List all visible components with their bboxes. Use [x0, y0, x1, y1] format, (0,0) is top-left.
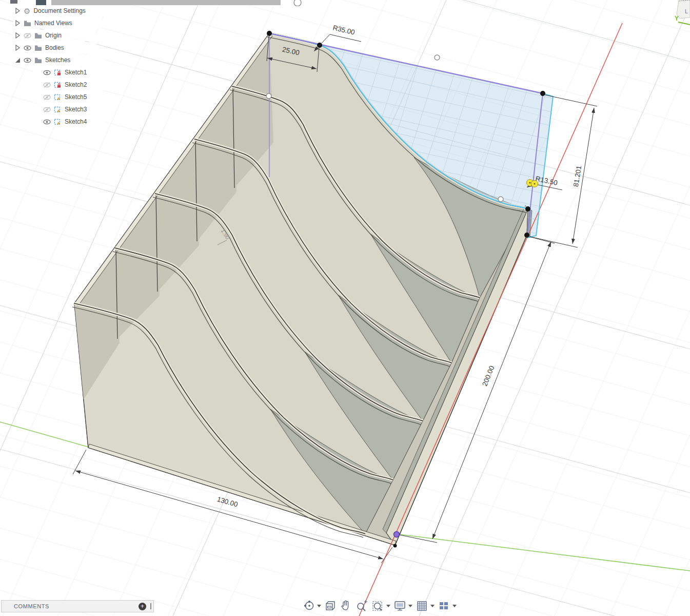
expand-icon[interactable]	[15, 8, 21, 14]
sketch-icon-lock	[54, 82, 62, 88]
view-cube-axis-label: Y	[675, 15, 679, 22]
browser-item-origin[interactable]: Origin	[13, 30, 95, 41]
zoom-button[interactable]	[355, 599, 368, 612]
collapse-icon[interactable]	[15, 57, 21, 63]
browser-item-bodies[interactable]: Bodies	[13, 42, 96, 53]
folder-icon	[24, 20, 31, 27]
expand-icon[interactable]	[15, 20, 21, 26]
browser-item-sketch4[interactable]: Sketch4	[33, 116, 105, 127]
grid-and-snaps-button[interactable]	[416, 599, 435, 612]
sketch-vertex[interactable]	[540, 91, 545, 96]
sketch-vertex[interactable]	[267, 31, 272, 36]
spacer	[35, 82, 40, 88]
browser-item-label: Sketches	[45, 56, 70, 64]
visibility-eye-icon[interactable]	[24, 45, 31, 51]
sketch-point[interactable]	[498, 197, 503, 202]
comments-resize-handle[interactable]	[150, 603, 151, 609]
visibility-eye-off-icon[interactable]	[43, 82, 51, 88]
pan-button[interactable]	[340, 599, 352, 612]
fusion-viewport: 25.00 R35.00 R13.50 81.201 200.00 130.00…	[0, 0, 690, 616]
sketch-vertex[interactable]	[524, 233, 529, 238]
browser-item-label: Bodies	[45, 44, 64, 51]
visibility-eye-icon[interactable]	[43, 69, 51, 76]
browser-item-label: Sketch4	[65, 118, 87, 125]
expand-icon[interactable]	[15, 45, 21, 51]
view-cube[interactable]: L Y	[659, 0, 690, 36]
sketch-point[interactable]	[435, 55, 440, 60]
folder-icon	[34, 57, 42, 64]
viewports-dropdown[interactable]	[452, 605, 457, 607]
view-cube-face-label[interactable]: L	[685, 8, 688, 14]
add-comment-icon[interactable]: +	[139, 603, 146, 610]
spacer	[35, 94, 40, 100]
sketch-vertex[interactable]	[525, 206, 530, 211]
orbit-button[interactable]	[303, 599, 321, 612]
browser-item-sketch1[interactable]: Sketch1	[33, 67, 105, 78]
browser-item-label: Document Settings	[33, 7, 85, 14]
sketch-icon-pencil	[54, 106, 62, 113]
origin-point[interactable]	[394, 532, 400, 537]
display-settings-button[interactable]	[393, 599, 412, 612]
sketch-icon-pencil	[54, 94, 62, 101]
look-at-button[interactable]	[324, 599, 337, 612]
expand-icon[interactable]	[15, 32, 21, 38]
visibility-eye-icon[interactable]	[24, 57, 31, 64]
sketch-icon-pencil	[54, 119, 62, 125]
browser-item-sketch3[interactable]: Sketch3	[33, 104, 105, 115]
orbit-dropdown[interactable]	[317, 605, 321, 607]
browser-item-sketch5[interactable]: Sketch5	[33, 91, 105, 103]
display-settings-dropdown[interactable]	[408, 605, 412, 607]
view-cube-y-axis	[678, 22, 690, 25]
fit-button[interactable]	[371, 599, 390, 612]
visibility-eye-off-icon[interactable]	[43, 94, 51, 101]
spacer	[35, 106, 40, 112]
comments-label: COMMENTS	[14, 603, 139, 609]
folder-icon	[34, 45, 42, 51]
viewports-button[interactable]	[438, 599, 457, 612]
gear-icon: ⚙	[24, 8, 30, 14]
browser-item-label: Sketch2	[65, 81, 87, 88]
browser-item-sketch2[interactable]: Sketch2	[33, 79, 105, 90]
visibility-eye-off-icon[interactable]	[43, 106, 51, 113]
spacer	[35, 119, 40, 125]
folder-icon	[34, 32, 42, 39]
browser-item-label: Named Views	[34, 20, 72, 27]
sketch-icon-lock	[54, 69, 62, 76]
nav-toolbar	[302, 599, 458, 612]
browser-item-label: Origin	[45, 32, 62, 39]
browser-item-label: Sketch3	[65, 106, 87, 113]
browser-item-label: Sketch5	[65, 93, 87, 101]
browser-item-sketches[interactable]: Sketches	[13, 54, 105, 66]
sketch-point[interactable]	[266, 93, 271, 99]
browser-item-named-views[interactable]: Named Views	[13, 17, 102, 29]
browser-item-label: Sketch1	[65, 69, 87, 76]
grid-and-snaps-dropdown[interactable]	[430, 605, 435, 607]
browser-item-document-settings[interactable]: ⚙Document Settings	[13, 5, 116, 16]
fit-dropdown[interactable]	[386, 605, 390, 607]
visibility-eye-icon[interactable]	[43, 119, 51, 125]
spacer	[35, 69, 40, 75]
comments-bar[interactable]: COMMENTS +	[1, 600, 154, 612]
sketch-vertex[interactable]	[393, 544, 397, 548]
visibility-eye-off-icon[interactable]	[24, 32, 31, 39]
